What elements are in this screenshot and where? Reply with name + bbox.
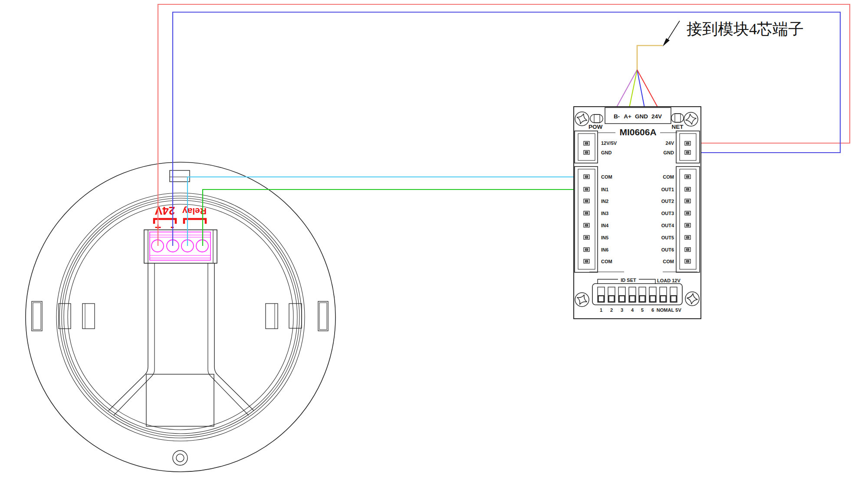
pin-label: OUT5 — [661, 235, 674, 240]
pin-label: COM — [663, 174, 674, 180]
fan-wire-a-plus — [629, 70, 637, 110]
pin-label: OUT2 — [661, 199, 674, 204]
clip — [82, 304, 95, 329]
dip-pos-label: 6 — [651, 307, 654, 313]
dip-pos-label: NOMAL — [657, 307, 674, 313]
pin-label: GND — [601, 150, 612, 155]
id-set-label: ID SET — [621, 278, 636, 283]
terminal-annotations: 24V Relay + - — [154, 204, 207, 234]
pin-label: IN3 — [601, 211, 608, 216]
detector-base: 24V Relay + - — [26, 162, 335, 472]
wire-relay-com-cyan — [187, 177, 584, 246]
load-12v-label: LOAD 12V — [657, 278, 681, 283]
pin-label: COM — [601, 259, 612, 264]
pin-label: 24V — [665, 140, 674, 146]
pin-label: IN6 — [601, 247, 608, 252]
clip — [289, 304, 302, 328]
bottom-box — [146, 374, 214, 426]
bus-pin-label: GND — [635, 113, 648, 120]
io-module: B- A+ GND 24V POW NET — [574, 107, 701, 319]
bus-pin-label: B- — [614, 113, 620, 120]
wire-relay-in1-green — [203, 189, 584, 246]
pin-label: COM — [601, 174, 612, 180]
pin-label: OUT1 — [661, 187, 674, 192]
pin-label: OUT3 — [661, 211, 674, 216]
pin-label: IN1 — [601, 187, 608, 192]
clip — [319, 303, 327, 330]
pin-label: IN4 — [601, 223, 609, 228]
net-label: NET — [672, 124, 684, 130]
dip-pos-label: 4 — [631, 307, 634, 313]
annotation-text: 接到模块4芯端子 — [687, 20, 804, 38]
funnel-right-outer — [214, 263, 254, 411]
pin-label: GND — [664, 150, 674, 155]
clip — [32, 301, 42, 331]
dip-pos-label: 2 — [610, 307, 613, 313]
pin-label: IN2 — [601, 199, 608, 204]
pin-label: COM — [663, 259, 674, 264]
cable-4core-yellow — [637, 46, 663, 70]
fan-wire-b-minus — [615, 70, 637, 109]
clip — [59, 304, 71, 329]
terminal-block — [144, 230, 217, 263]
clip — [33, 303, 41, 330]
fan-wire-gnd — [637, 70, 645, 110]
bus-pin-label: 24V — [651, 113, 662, 120]
leader-annotation: 接到模块4芯端子 — [663, 20, 804, 46]
wiring-diagram: 24V Relay + - 接到模块4芯端子 B- A+ GND 24V — [0, 0, 868, 477]
wires — [158, 4, 850, 246]
bus-pin-label: A+ — [624, 113, 631, 120]
wire-24v-plus-red — [158, 4, 850, 246]
module-body — [574, 107, 701, 319]
bottom-hole-inner — [176, 454, 184, 462]
module-title: MI0606A — [619, 127, 656, 137]
pin-label: IN5 — [601, 235, 608, 240]
fan-wire-24v — [637, 70, 659, 109]
pin-label: OUT4 — [661, 223, 674, 228]
dip-pos-label: 1 — [600, 307, 602, 313]
leader-line — [666, 21, 680, 42]
funnel-left-outer — [108, 263, 148, 411]
dip-pos-label: 3 — [621, 307, 623, 313]
bottom-hole-outer — [173, 451, 187, 465]
pow-label: POW — [589, 124, 603, 130]
funnel-left-inner — [114, 263, 155, 415]
leader-arrowhead — [663, 38, 670, 46]
dip-pos-label: 5 — [641, 307, 644, 313]
wire-24v-minus-blue — [173, 12, 840, 246]
dip-pos-label: 5V — [675, 307, 681, 313]
clip — [266, 304, 278, 329]
pin-label: OUT6 — [661, 247, 674, 252]
pin-label: 12V/5V — [601, 140, 617, 146]
